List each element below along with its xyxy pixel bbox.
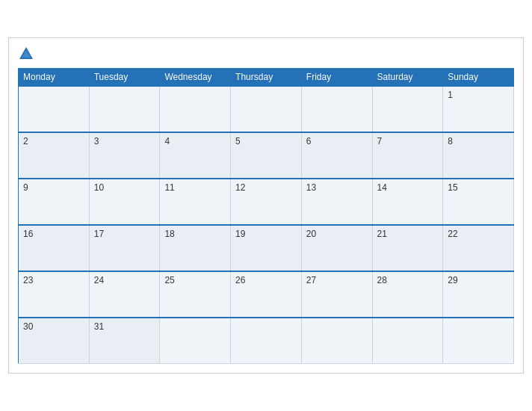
day-cell: 23 xyxy=(19,271,90,318)
day-number: 31 xyxy=(94,321,104,332)
day-cell xyxy=(160,318,231,364)
day-cell: 17 xyxy=(89,225,160,271)
day-cell: 29 xyxy=(443,271,514,318)
day-cell xyxy=(443,318,514,364)
day-number: 22 xyxy=(448,229,457,239)
calendar-tbody: 1234567891011121314151617181920212223242… xyxy=(19,86,514,364)
day-cell xyxy=(89,86,160,132)
day-cell: 18 xyxy=(160,225,231,271)
day-cell xyxy=(301,86,372,132)
day-number: 24 xyxy=(94,275,104,285)
day-number: 10 xyxy=(94,182,104,193)
logo xyxy=(18,46,37,62)
day-number: 5 xyxy=(235,136,241,146)
day-header-tuesday: Tuesday xyxy=(89,68,160,86)
day-cell: 8 xyxy=(443,132,514,179)
day-cell: 15 xyxy=(443,179,514,225)
day-cell: 26 xyxy=(231,271,302,318)
day-cell: 12 xyxy=(231,179,302,225)
week-row-1: 2345678 xyxy=(19,132,514,179)
day-cell: 21 xyxy=(372,225,443,271)
week-row-5: 3031 xyxy=(19,318,514,364)
day-number: 1 xyxy=(448,90,453,100)
week-row-2: 9101112131415 xyxy=(19,179,514,225)
day-header-monday: Monday xyxy=(19,68,90,86)
day-number: 7 xyxy=(377,136,383,146)
week-row-0: 1 xyxy=(19,86,514,132)
day-number: 11 xyxy=(164,182,174,193)
day-number: 14 xyxy=(377,182,387,193)
day-cell xyxy=(231,318,302,364)
day-number: 26 xyxy=(235,275,245,285)
day-number: 18 xyxy=(164,229,174,239)
day-number: 3 xyxy=(94,136,99,146)
day-cell: 16 xyxy=(19,225,90,271)
day-cell: 2 xyxy=(19,132,90,179)
day-number: 8 xyxy=(448,136,453,146)
day-cell: 24 xyxy=(89,271,160,318)
day-cell xyxy=(372,86,443,132)
day-cell: 30 xyxy=(19,318,90,364)
day-cell: 14 xyxy=(372,179,443,225)
day-cell: 31 xyxy=(89,318,160,364)
day-number: 19 xyxy=(235,229,245,239)
day-header-wednesday: Wednesday xyxy=(160,68,231,86)
day-cell: 5 xyxy=(231,132,302,179)
day-header-friday: Friday xyxy=(301,68,372,86)
day-number: 29 xyxy=(448,275,457,285)
day-number: 30 xyxy=(23,321,33,332)
calendar-header xyxy=(18,46,514,62)
day-cell xyxy=(19,86,90,132)
day-cell: 22 xyxy=(443,225,514,271)
day-number: 13 xyxy=(306,182,316,193)
day-number: 17 xyxy=(94,229,104,239)
day-cell: 13 xyxy=(301,179,372,225)
day-cell: 20 xyxy=(301,225,372,271)
day-number: 12 xyxy=(235,182,245,193)
day-header-sunday: Sunday xyxy=(443,68,514,86)
day-cell: 11 xyxy=(160,179,231,225)
day-cell: 25 xyxy=(160,271,231,318)
calendar: MondayTuesdayWednesdayThursdayFridaySatu… xyxy=(8,37,524,374)
day-number: 2 xyxy=(23,136,28,146)
day-cell: 28 xyxy=(372,271,443,318)
day-cell: 10 xyxy=(89,179,160,225)
day-cell xyxy=(160,86,231,132)
day-number: 16 xyxy=(23,229,33,239)
day-number: 23 xyxy=(23,275,33,285)
day-number: 20 xyxy=(306,229,316,239)
logo-icon xyxy=(18,46,34,62)
day-cell: 27 xyxy=(301,271,372,318)
day-cell: 9 xyxy=(19,179,90,225)
day-cell: 3 xyxy=(89,132,160,179)
day-number: 25 xyxy=(164,275,174,285)
day-cell: 6 xyxy=(301,132,372,179)
day-number: 6 xyxy=(306,136,312,146)
day-number: 28 xyxy=(377,275,387,285)
week-row-4: 23242526272829 xyxy=(19,271,514,318)
day-cell xyxy=(231,86,302,132)
header-row: MondayTuesdayWednesdayThursdayFridaySatu… xyxy=(19,68,514,86)
day-number: 9 xyxy=(23,182,28,193)
calendar-thead: MondayTuesdayWednesdayThursdayFridaySatu… xyxy=(19,68,514,86)
day-number: 4 xyxy=(164,136,170,146)
day-number: 15 xyxy=(448,182,457,193)
day-cell xyxy=(372,318,443,364)
day-number: 21 xyxy=(377,229,387,239)
day-header-thursday: Thursday xyxy=(231,68,302,86)
day-cell: 19 xyxy=(231,225,302,271)
day-cell: 1 xyxy=(443,86,514,132)
week-row-3: 16171819202122 xyxy=(19,225,514,271)
day-cell xyxy=(301,318,372,364)
day-number: 27 xyxy=(306,275,316,285)
day-cell: 4 xyxy=(160,132,231,179)
day-cell: 7 xyxy=(372,132,443,179)
calendar-table: MondayTuesdayWednesdayThursdayFridaySatu… xyxy=(18,68,514,365)
day-header-saturday: Saturday xyxy=(372,68,443,86)
